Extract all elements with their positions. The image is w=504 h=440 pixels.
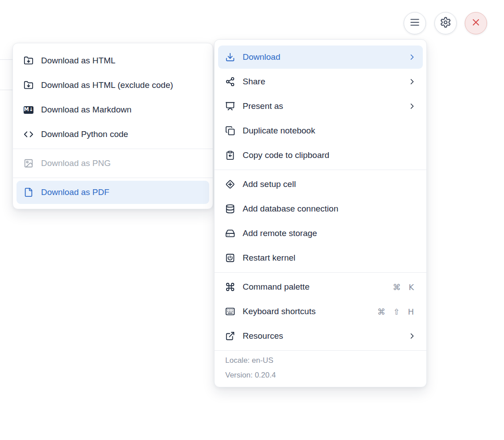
menu-item-add-remote-storage[interactable]: Add remote storage	[218, 222, 423, 245]
menu-item-label: Present as	[243, 101, 283, 111]
menu-item-label: Add setup cell	[243, 179, 296, 189]
menu-item-label: Keyboard shortcuts	[243, 307, 316, 316]
menu-item-download-as-html[interactable]: Download as HTML	[17, 49, 209, 72]
menu-item-label: Download Python code	[41, 129, 128, 139]
chevron-right-icon	[408, 53, 417, 62]
database-icon	[225, 204, 235, 214]
image-icon	[24, 158, 33, 168]
code-icon	[24, 129, 33, 139]
menu-footer: Locale: en-US Version: 0.20.4	[218, 353, 423, 383]
menu-separator	[215, 350, 426, 351]
menu-item-label: Download as Markdown	[41, 105, 132, 115]
menu-item-label: Copy code to clipboard	[243, 150, 329, 160]
menu-item-download-python-code[interactable]: Download Python code	[17, 123, 209, 146]
close-x-icon	[471, 17, 481, 29]
download-submenu: Download as HTML Download as HTML (exclu…	[12, 43, 213, 209]
close-notebook-button[interactable]	[465, 12, 487, 34]
menu-item-label: Share	[243, 77, 265, 87]
shortcut-command-shift-h: ⌘ ⇧ H	[377, 307, 417, 316]
menu-item-label: Command palette	[243, 282, 310, 292]
command-icon	[225, 282, 235, 292]
menu-separator	[215, 170, 426, 170]
folder-down-icon	[24, 56, 33, 66]
menu-item-label: Download as HTML	[41, 56, 116, 66]
page-divider-line	[0, 59, 13, 60]
notebook-menu: Download Share Present as Duplicate note…	[214, 39, 427, 387]
menu-item-download-as-html-exclude-code[interactable]: Download as HTML (exclude code)	[17, 74, 209, 97]
clipboard-arrow-icon	[225, 150, 235, 160]
menu-item-download-as-pdf[interactable]: Download as PDF	[17, 181, 209, 204]
folder-down-icon	[24, 80, 33, 90]
menu-item-label: Download as HTML (exclude code)	[41, 80, 173, 90]
menu-item-copy-code-to-clipboard[interactable]: Copy code to clipboard	[218, 144, 423, 167]
menu-item-add-database-connection[interactable]: Add database connection	[218, 197, 423, 220]
settings-button[interactable]	[434, 12, 457, 34]
menu-item-download[interactable]: Download	[218, 46, 423, 69]
menu-item-restart-kernel[interactable]: Restart kernel	[218, 246, 423, 270]
chevron-right-icon	[408, 77, 417, 86]
menu-separator	[215, 272, 426, 273]
share-icon	[225, 77, 235, 87]
menu-item-duplicate-notebook[interactable]: Duplicate notebook	[218, 119, 423, 142]
menu-item-download-as-png[interactable]: Download as PNG	[17, 152, 209, 175]
hamburger-icon	[409, 17, 421, 30]
menu-item-command-palette[interactable]: Command palette ⌘ K	[218, 275, 423, 299]
presentation-icon	[225, 101, 235, 111]
locale-text: Locale: en-US	[225, 356, 423, 365]
chevron-right-icon	[408, 102, 417, 111]
menu-item-present-as[interactable]: Present as	[218, 95, 423, 118]
menu-button[interactable]	[404, 12, 426, 34]
menu-item-keyboard-shortcuts[interactable]: Keyboard shortcuts ⌘ ⇧ H	[218, 300, 423, 323]
shortcut-command-k: ⌘ K	[392, 282, 417, 292]
external-link-icon	[225, 331, 235, 341]
chevron-right-icon	[408, 332, 417, 340]
markdown-icon: M↓	[24, 105, 33, 115]
copy-icon	[225, 126, 235, 136]
keyboard-icon	[225, 307, 235, 316]
menu-item-label: Duplicate notebook	[243, 126, 315, 136]
menu-item-label: Resources	[243, 331, 283, 341]
menu-item-share[interactable]: Share	[218, 70, 423, 93]
menu-item-download-as-markdown[interactable]: M↓ Download as Markdown	[17, 98, 209, 121]
file-icon	[24, 187, 33, 197]
menu-item-label: Download as PDF	[41, 187, 109, 197]
menu-item-label: Add database connection	[243, 204, 338, 214]
gear-icon	[440, 17, 451, 30]
square-power-icon	[225, 253, 235, 263]
menu-item-add-setup-cell[interactable]: Add setup cell	[218, 173, 423, 196]
menu-separator	[13, 149, 213, 149]
version-text: Version: 0.20.4	[225, 371, 423, 380]
menu-item-label: Download as PNG	[41, 158, 111, 168]
diamond-plus-icon	[225, 179, 235, 189]
menu-item-label: Download	[243, 52, 281, 62]
hard-drive-icon	[225, 228, 235, 238]
menu-separator	[13, 178, 213, 178]
page-divider-line	[0, 90, 13, 90]
menu-item-resources[interactable]: Resources	[218, 324, 423, 348]
menu-item-label: Add remote storage	[243, 228, 317, 238]
download-icon	[225, 52, 235, 62]
menu-item-label: Restart kernel	[243, 253, 295, 263]
